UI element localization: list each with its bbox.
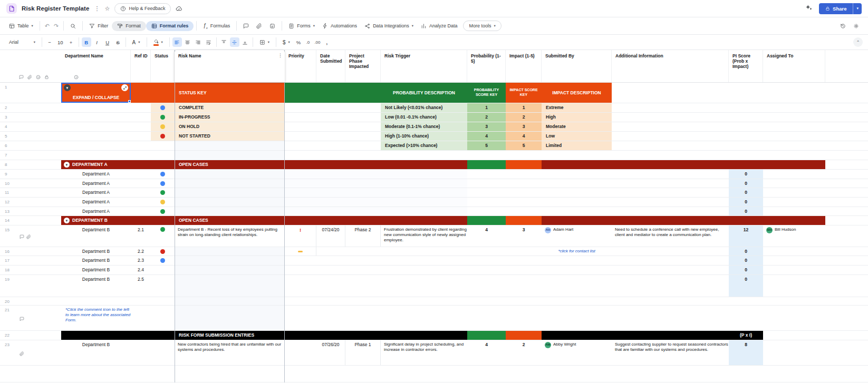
department-cell[interactable]: Department B [61, 225, 131, 247]
impact-score[interactable]: 1 [506, 103, 542, 112]
pxi-header[interactable]: (P x I) [729, 331, 763, 340]
pi-score-cell[interactable]: 0 [729, 179, 763, 188]
status-dot-cell[interactable] [151, 132, 175, 141]
collapse-toggle-icon[interactable]: ▾ [64, 84, 71, 91]
col-header-pi[interactable]: PI Score (Prob x Impact) [729, 50, 763, 82]
probability-score[interactable]: 2 [467, 113, 506, 122]
department-cell[interactable]: Department B [61, 275, 131, 297]
font-size-value[interactable]: 10 [54, 40, 66, 45]
cell[interactable] [175, 179, 285, 188]
col-header-dept[interactable]: Department Name [61, 50, 131, 82]
pi-score-cell[interactable]: 0 [729, 207, 763, 215]
filter-button[interactable]: Filter [85, 21, 112, 31]
formulas-button[interactable]: ƒx Formulas [199, 21, 234, 32]
more-tools-button[interactable]: More tools▾ [463, 21, 501, 31]
row-number[interactable]: 19 [0, 275, 16, 297]
redo-button[interactable]: ↷ [52, 23, 61, 30]
additional-info-cell[interactable]: Need to schedule a conference call with … [612, 225, 729, 247]
col-header-ref[interactable]: Ref ID [131, 50, 151, 82]
probability-description-item[interactable]: Moderate (0.1-1% chance) [381, 122, 467, 131]
pi-score-cell[interactable]: 8 [729, 340, 763, 365]
underline-button[interactable]: U [103, 37, 112, 47]
cell[interactable] [61, 331, 131, 340]
impact-cell[interactable]: 3 [506, 225, 542, 247]
col-header-date[interactable]: Date Submitted [316, 50, 345, 82]
status-dot-cell[interactable] [151, 103, 175, 112]
status-dot-cell[interactable] [151, 256, 175, 265]
status-key-item[interactable]: IN-PROGRESS [175, 113, 285, 122]
expand-collapse-cell[interactable]: EXPAND / COLLAPSE▾ [61, 83, 131, 103]
probability-description-item[interactable]: High (1-10% chance) [381, 132, 467, 141]
collapse-group-icon[interactable]: ▾ [64, 218, 70, 223]
help-feedback-button[interactable]: Help & Feedback [114, 3, 171, 14]
italic-button[interactable]: I [92, 37, 102, 47]
probability-description-item[interactable]: Not Likely (<0.01% chance) [381, 103, 467, 112]
row-number[interactable]: 12 [0, 198, 16, 207]
font-size-decrease-button[interactable]: − [45, 37, 54, 47]
align-left-button[interactable] [172, 37, 182, 47]
text-wrap-button[interactable] [204, 37, 214, 47]
gutter-column-icons[interactable] [19, 75, 49, 80]
status-dot-cell[interactable] [151, 179, 175, 188]
valign-top-button[interactable] [219, 37, 229, 47]
format-button[interactable]: Format [112, 21, 146, 31]
col-header-assigned[interactable]: Assigned To [763, 50, 825, 82]
strikethrough-button[interactable]: S [113, 37, 123, 47]
impact-score-key-title[interactable]: IMPACT SCORE KEY [506, 83, 542, 103]
align-center-button[interactable] [183, 37, 192, 47]
pi-score-cell[interactable]: 0 [729, 198, 763, 207]
row-number[interactable]: 2 [0, 103, 16, 112]
row-number[interactable]: 4 [0, 122, 16, 131]
row-number[interactable]: 20 [0, 297, 16, 305]
collapse-group-icon[interactable]: ▾ [64, 162, 70, 168]
project-phase-cell[interactable]: Phase 1 [345, 340, 381, 365]
col-header-trigger[interactable]: Risk Trigger [381, 50, 467, 82]
col-header-submitted[interactable]: Submitted By [542, 50, 612, 82]
date-submitted-cell[interactable]: 07/24/20 [316, 225, 345, 247]
automations-button[interactable]: Automations [319, 21, 361, 31]
cell[interactable] [175, 247, 285, 256]
col-header-riskname[interactable]: Risk Name⋮ [175, 50, 285, 82]
row-attachments[interactable] [16, 225, 61, 247]
department-cell[interactable]: Department A [61, 170, 131, 179]
ref-id-cell[interactable]: 2.2 [131, 247, 151, 256]
department-cell[interactable]: Department A [61, 207, 131, 215]
col-header-phase[interactable]: Project Phase Impacted [345, 50, 381, 82]
comma-format-button[interactable]: , [322, 37, 332, 47]
department-cell[interactable]: Department A [61, 179, 131, 188]
cell[interactable] [285, 160, 467, 169]
impact-description-title[interactable]: IMPACT DESCRIPTION [542, 83, 612, 103]
probability-cell[interactable]: 4 [467, 225, 506, 247]
cell[interactable] [175, 151, 285, 160]
open-cases-header[interactable]: OPEN CASES [175, 160, 285, 169]
cell[interactable] [506, 331, 542, 340]
font-size-increase-button[interactable]: + [66, 37, 76, 47]
pi-score-cell[interactable]: 0 [729, 170, 763, 179]
cell[interactable] [285, 216, 467, 225]
status-dot-cell[interactable] [151, 207, 175, 215]
cell[interactable] [542, 160, 825, 169]
font-family-select[interactable]: Arial▾ [5, 38, 39, 47]
probability-score[interactable]: 5 [467, 141, 506, 150]
row-number[interactable]: 16 [0, 247, 16, 256]
open-cases-header[interactable]: OPEN CASES [175, 216, 285, 225]
ref-id-cell[interactable]: 2.1 [131, 225, 151, 247]
row-number[interactable]: 10 [0, 179, 16, 188]
impact-score[interactable]: 5 [506, 141, 542, 150]
bold-button[interactable]: B [82, 37, 91, 47]
cell[interactable] [131, 216, 175, 225]
probability-cell[interactable]: 4 [467, 340, 506, 365]
probability-score[interactable]: 4 [467, 132, 506, 141]
row-number[interactable]: 23 [0, 340, 16, 365]
risk-form-entries-header[interactable]: RISK FORM SUBMISSION ENTRIES [175, 331, 285, 340]
risk-name-cell[interactable]: New contractors being hired that are unf… [175, 340, 285, 365]
pi-score-cell[interactable]: 0 [729, 275, 763, 297]
department-cell[interactable]: Department B [61, 266, 131, 274]
impact-cell[interactable]: 2 [506, 340, 542, 365]
selection-handle[interactable] [128, 100, 131, 103]
row-number[interactable]: 5 [0, 132, 16, 141]
status-key-item[interactable]: NOT STARTED [175, 132, 285, 141]
cell[interactable] [131, 331, 175, 340]
col-header-priority[interactable]: Priority [285, 50, 316, 82]
impact-description-item[interactable]: Limited [542, 141, 612, 150]
